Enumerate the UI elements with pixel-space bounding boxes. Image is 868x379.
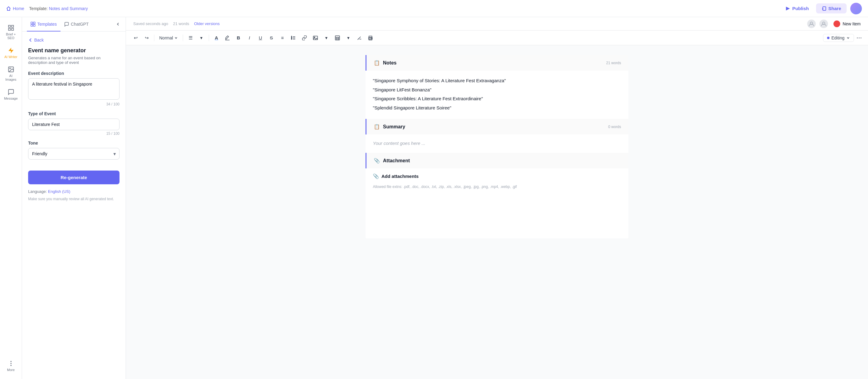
summary-section-header: 📋 Summary 0 words (366, 119, 628, 134)
panel-title: Event name generator (28, 48, 120, 54)
notes-section-content[interactable]: "Singapore Symphony of Stories: A Litera… (366, 71, 628, 119)
tab-templates[interactable]: Templates (27, 17, 61, 31)
sidebar-item-ai-writer[interactable]: AI Writer (2, 44, 20, 61)
older-versions-link[interactable]: Older versions (194, 22, 220, 26)
attachment-section-header: 📎 Attachment (366, 153, 628, 168)
notes-section-header: 📋 Notes 21 words (366, 55, 628, 71)
image-dropdown-button[interactable]: ▾ (321, 33, 331, 43)
event-description-input[interactable]: A literature festival in Singapore (28, 78, 120, 100)
editor-statusbar: Saved seconds ago 21 words Older version… (126, 17, 868, 31)
more-options-button[interactable] (855, 34, 863, 42)
topbar: Home Template: Notes and Summary Publish… (0, 0, 868, 17)
notes-line-4: "Splendid Singapore Literature Soiree" (373, 104, 621, 112)
svg-rect-12 (33, 22, 35, 24)
language-note: Language: English (US) (28, 189, 120, 194)
publish-button[interactable]: Publish (781, 4, 812, 13)
svg-rect-1 (8, 25, 10, 27)
add-attachment-icon: 📎 (373, 173, 379, 179)
image-button[interactable] (311, 33, 320, 43)
notes-line-3: "Singapore Scribbles: A Literature Fest … (373, 95, 621, 103)
svg-rect-26 (335, 36, 340, 40)
sidebar-item-more[interactable]: More (2, 357, 20, 374)
language-link[interactable]: English (US) (48, 189, 70, 194)
sidebar-item-brief-seo[interactable]: Brief + SEO (2, 22, 20, 42)
align-button[interactable]: ☰ (186, 33, 195, 43)
attachment-section: 📎 Attachment 📎 Add attachments Allowed f… (366, 153, 628, 194)
regenerate-button[interactable]: Re-generate (28, 170, 120, 184)
type-of-event-input[interactable]: Literature Fest (28, 119, 120, 130)
home-button[interactable]: Home (6, 6, 24, 11)
add-attachment-button[interactable]: 📎 Add attachments (366, 168, 628, 184)
undo-button[interactable]: ↩ (131, 33, 141, 43)
italic-button[interactable]: I (245, 33, 254, 43)
type-of-event-char-count: 15 / 100 (28, 131, 120, 136)
editing-mode-select[interactable]: Editing (823, 34, 854, 42)
svg-point-37 (859, 37, 860, 38)
panel-tabs: Templates ChatGPT (22, 17, 126, 31)
sidebar-item-message[interactable]: Message (2, 86, 20, 103)
form-group-tone: Tone Friendly Professional Casual Formal… (28, 140, 120, 160)
editor-content[interactable]: 📋 Notes 21 words "Singapore Symphony of … (126, 45, 868, 379)
svg-point-8 (11, 361, 11, 362)
table-button[interactable] (333, 33, 342, 43)
format-toolbar: ↩ ↪ Normal ☰ ▾ A B I U S ≡ (126, 31, 868, 45)
svg-point-7 (9, 68, 10, 69)
link-button[interactable] (300, 33, 309, 43)
notes-icon: 📋 (374, 60, 380, 66)
clear-format-button[interactable] (354, 33, 364, 43)
svg-text:3: 3 (291, 38, 292, 40)
template-name-link[interactable]: Notes and Summary (49, 6, 88, 11)
sidebar-item-ai-images[interactable]: AI Images (2, 64, 20, 84)
home-label: Home (13, 6, 24, 11)
collab-avatar-1[interactable] (807, 19, 816, 29)
ordered-list-button[interactable]: 1 2 3 (288, 33, 298, 43)
type-of-event-label: Type of Event (28, 111, 120, 116)
bold-button[interactable]: B (234, 33, 243, 43)
svg-point-36 (857, 37, 858, 38)
sidebar-icons: Brief + SEO AI Writer AI Images Message … (0, 17, 22, 379)
toolbar-divider-1 (154, 35, 154, 41)
template-breadcrumb: Template: Notes and Summary (29, 6, 776, 11)
back-button[interactable]: Back (28, 38, 120, 42)
tab-chatgpt[interactable]: ChatGPT (61, 17, 92, 31)
new-item-dot (834, 21, 840, 27)
tone-label: Tone (28, 140, 120, 146)
new-item-button[interactable]: New Item (834, 21, 861, 27)
svg-rect-13 (31, 25, 33, 26)
summary-section: 📋 Summary 0 words Your content goes here… (366, 119, 628, 153)
event-description-label: Event description (28, 71, 120, 76)
table-dropdown-button[interactable]: ▾ (344, 33, 353, 43)
panel-collapse-button[interactable] (115, 17, 121, 31)
svg-point-38 (861, 37, 862, 38)
redo-button[interactable]: ↪ (142, 33, 152, 43)
notes-section: 📋 Notes 21 words "Singapore Symphony of … (366, 55, 628, 119)
text-color-button[interactable]: A (212, 33, 221, 43)
align-dropdown-button[interactable]: ▾ (196, 33, 206, 43)
editor-inner: 📋 Notes 21 words "Singapore Symphony of … (366, 55, 628, 239)
print-button[interactable] (366, 33, 375, 43)
underline-button[interactable]: U (255, 33, 265, 43)
toolbar-divider-2 (183, 35, 183, 41)
svg-point-9 (11, 363, 11, 364)
user-avatar[interactable] (850, 3, 862, 14)
tone-select[interactable]: Friendly Professional Casual Formal (28, 148, 120, 160)
collab-avatar-2[interactable] (819, 19, 829, 29)
summary-placeholder: Your content goes here ... (373, 140, 426, 146)
editor-area: Saved seconds ago 21 words Older version… (126, 17, 868, 379)
svg-rect-4 (11, 28, 13, 30)
highlight-button[interactable] (222, 33, 232, 43)
svg-rect-24 (313, 36, 317, 40)
word-count-status: 21 words (173, 22, 189, 26)
form-group-type-of-event: Type of Event Literature Fest 15 / 100 (28, 111, 120, 136)
attachment-allowed-types: Allowed file extns: .pdf, .doc, .docx, .… (366, 184, 628, 194)
bullet-list-button[interactable]: ≡ (278, 33, 287, 43)
panel-body: Back Event name generator Generates a na… (22, 31, 126, 379)
strikethrough-button[interactable]: S (267, 33, 276, 43)
share-button[interactable]: Share (816, 3, 847, 13)
tone-select-wrap: Friendly Professional Casual Formal ▾ (28, 148, 120, 160)
text-style-select[interactable]: Normal (157, 34, 180, 41)
svg-marker-5 (8, 48, 13, 53)
svg-point-35 (372, 38, 372, 38)
summary-section-content[interactable]: Your content goes here ... (366, 134, 628, 153)
disclaimer-text: Make sure you manually review all AI gen… (28, 196, 120, 202)
